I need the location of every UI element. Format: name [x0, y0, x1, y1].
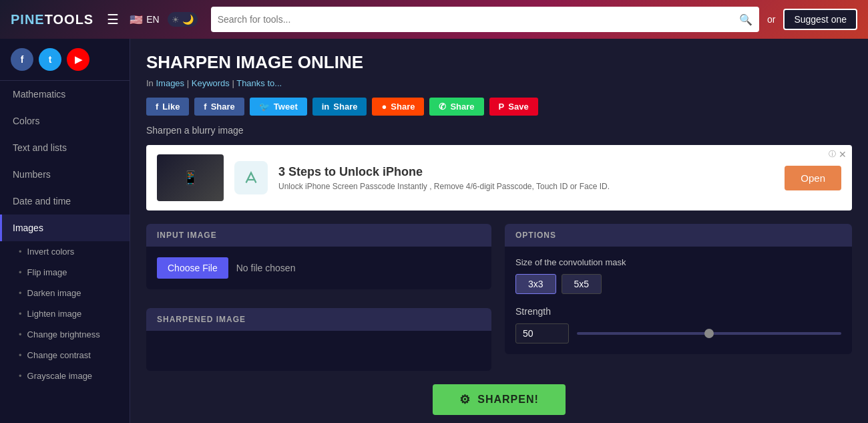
share-whatsapp-button[interactable]: ✆ Share [429, 98, 483, 116]
sharpen-button-row: ⚙ SHARPEN! [146, 384, 852, 415]
twitter-button[interactable]: t [39, 48, 61, 71]
search-bar: 🔍 [211, 7, 759, 32]
sidebar-item-images[interactable]: Images [0, 215, 130, 241]
sidebar-item-darken-image[interactable]: Darken image [0, 283, 130, 303]
tool-row: INPUT IMAGE Choose File No file chosen S… [146, 224, 852, 371]
page-description: Sharpen a blurry image [146, 125, 852, 136]
moon-icon: 🌙 [182, 14, 194, 25]
breadcrumb-thanks-link[interactable]: Thanks to... [236, 78, 282, 88]
sharpen-button-label: SHARPEN! [477, 394, 539, 406]
facebook-button[interactable]: f [11, 48, 33, 71]
ad-logo [234, 161, 268, 194]
sidebar-item-lighten-image[interactable]: Lighten image [0, 303, 130, 324]
mask-size-label: Size of the convolution mask [515, 257, 841, 267]
content: SHARPEN IMAGE ONLINE In Images | Keyword… [130, 39, 868, 423]
save-pinterest-button[interactable]: P Save [489, 98, 538, 116]
facebook-share-icon: f [204, 102, 206, 112]
sidebar-item-flip-image[interactable]: Flip image [0, 262, 130, 283]
sidebar-item-date-and-time[interactable]: Date and time [0, 188, 130, 215]
logo-tools: TOOLS [45, 12, 94, 27]
ad-content: 3 Steps to Unlock iPhone Unlock iPhone S… [278, 165, 774, 191]
flag-icon: 🇺🇸 [130, 13, 143, 26]
youtube-button[interactable]: ▶ [67, 48, 89, 71]
ad-info-icon: ⓘ [829, 149, 836, 159]
share-buttons: f Like f Share 🐦 Tweet in Share ● Sha [146, 98, 852, 116]
mask-5x5-button[interactable]: 5x5 [562, 274, 602, 294]
theme-toggle[interactable]: ☀ 🌙 [168, 12, 198, 27]
sidebar-item-change-brightness[interactable]: Change brightness [0, 324, 130, 345]
logo: PINETOOLS [11, 12, 93, 27]
sidebar-item-numbers[interactable]: Numbers [0, 161, 130, 188]
lang-selector[interactable]: 🇺🇸 EN [130, 13, 159, 26]
sidebar-item-invert-colors[interactable]: Invert colors [0, 241, 130, 262]
sharpen-button[interactable]: ⚙ SHARPEN! [433, 384, 566, 415]
sharpened-image-body [146, 331, 491, 371]
strength-label: Strength [515, 306, 841, 317]
sidebar-item-change-contrast[interactable]: Change contrast [0, 345, 130, 366]
or-text: or [767, 14, 775, 25]
page-title: SHARPEN IMAGE ONLINE [146, 52, 852, 73]
twitter-icon: 🐦 [259, 102, 270, 112]
linkedin-icon: in [322, 102, 330, 112]
reddit-icon: ● [381, 102, 387, 112]
hamburger-icon[interactable]: ☰ [107, 11, 119, 27]
search-input[interactable] [218, 14, 739, 25]
ad-title: 3 Steps to Unlock iPhone [278, 165, 774, 179]
ad-banner: 📱 3 Steps to Unlock iPhone Unlock iPhone… [146, 145, 852, 210]
gear-icon: ⚙ [459, 392, 471, 407]
search-button[interactable]: 🔍 [739, 13, 752, 26]
strength-input[interactable] [515, 323, 569, 343]
lang-label: EN [146, 14, 159, 25]
main-layout: f t ▶ Mathematics Colors Text and lists … [0, 39, 868, 423]
sharpened-image-header: SHARPENED IMAGE [146, 308, 491, 331]
share-reddit-button[interactable]: ● Share [372, 98, 424, 116]
sidebar-item-mathematics[interactable]: Mathematics [0, 81, 130, 108]
strength-slider[interactable] [577, 332, 841, 335]
share-linkedin-button[interactable]: in Share [312, 98, 367, 116]
sidebar-item-colors[interactable]: Colors [0, 108, 130, 134]
social-icons: f t ▶ [0, 39, 130, 80]
suggest-button[interactable]: Suggest one [783, 9, 857, 30]
options-panel-card: OPTIONS Size of the convolution mask 3x3… [505, 224, 852, 354]
ad-description: Unlock iPhone Screen Passcode Instantly … [278, 182, 774, 191]
like-button[interactable]: f Like [146, 98, 189, 116]
options-panel: OPTIONS Size of the convolution mask 3x3… [505, 224, 852, 371]
sidebar: f t ▶ Mathematics Colors Text and lists … [0, 39, 130, 423]
sidebar-item-grayscale-image[interactable]: Grayscale image [0, 366, 130, 386]
sharpened-image-panel: SHARPENED IMAGE [146, 308, 491, 371]
input-image-header: INPUT IMAGE [146, 224, 491, 247]
svg-rect-0 [241, 168, 261, 188]
file-name: No file chosen [236, 263, 296, 273]
input-image-body: Choose File No file chosen [146, 247, 491, 289]
breadcrumb: In Images | Keywords | Thanks to... [146, 78, 852, 88]
options-header: OPTIONS [505, 224, 852, 247]
input-image-panel: INPUT IMAGE Choose File No file chosen [146, 224, 491, 289]
breadcrumb-keywords-link[interactable]: Keywords [192, 78, 230, 88]
header: PINETOOLS ☰ 🇺🇸 EN ☀ 🌙 🔍 or Suggest one [0, 0, 868, 39]
breadcrumb-images-link[interactable]: Images [156, 78, 184, 88]
logo-pine: PINE [11, 12, 45, 27]
file-input-row: Choose File No file chosen [157, 257, 481, 279]
sidebar-item-text-and-lists[interactable]: Text and lists [0, 134, 130, 161]
mask-3x3-button[interactable]: 3x3 [515, 274, 556, 294]
strength-row [515, 323, 841, 343]
options-body: Size of the convolution mask 3x3 5x5 Str… [505, 247, 852, 354]
ad-phone-image: 📱 [157, 154, 224, 201]
choose-file-button[interactable]: Choose File [157, 257, 228, 279]
facebook-icon: f [156, 102, 158, 112]
mask-size-buttons: 3x3 5x5 [515, 274, 841, 294]
share-facebook-button[interactable]: f Share [194, 98, 244, 116]
ad-open-button[interactable]: Open [785, 166, 841, 190]
sun-icon: ☀ [172, 15, 180, 25]
pinterest-icon: P [499, 102, 505, 112]
whatsapp-icon: ✆ [439, 102, 446, 112]
ad-close-icon[interactable]: ✕ [839, 149, 847, 160]
tweet-button[interactable]: 🐦 Tweet [250, 98, 307, 116]
